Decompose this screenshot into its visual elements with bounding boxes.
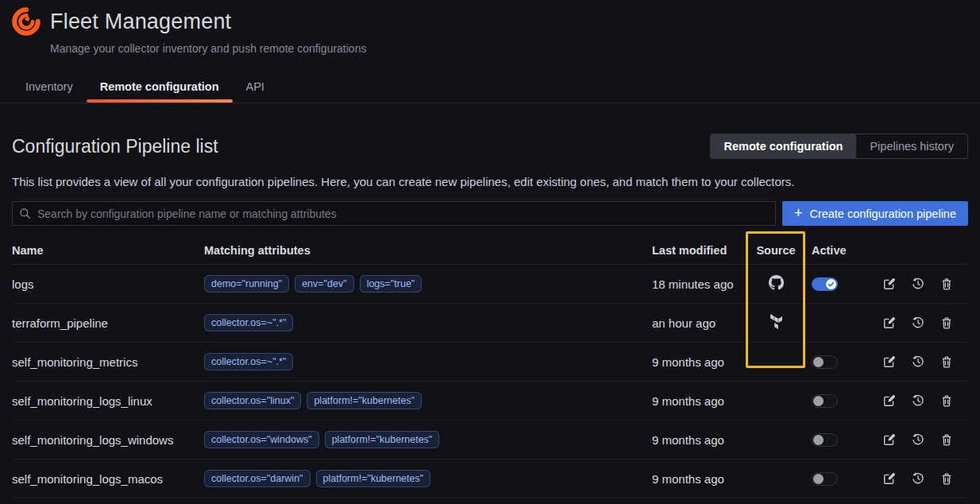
pipeline-name: self_monitoring_logs_macos bbox=[12, 472, 204, 486]
history-icon bbox=[912, 316, 924, 329]
matching-attributes: collector.os=~".*" bbox=[204, 314, 652, 331]
edit-button[interactable] bbox=[883, 394, 896, 407]
page-subtitle: Manage your collector inventory and push… bbox=[50, 42, 968, 55]
tab-remote-configuration[interactable]: Remote configuration bbox=[87, 73, 233, 103]
history-button[interactable] bbox=[912, 472, 924, 485]
last-modified: 9 months ago bbox=[652, 472, 747, 486]
tab-bar: Inventory Remote configuration API bbox=[0, 73, 980, 103]
history-button[interactable] bbox=[912, 355, 924, 368]
column-header-last-modified: Last modified bbox=[652, 244, 747, 257]
trash-icon bbox=[940, 355, 953, 368]
attribute-badge: collector.os="windows" bbox=[204, 431, 319, 448]
active-cell bbox=[804, 316, 968, 330]
active-cell bbox=[804, 355, 968, 369]
edit-button[interactable] bbox=[883, 433, 896, 446]
attribute-badge: platform!="kubernetes" bbox=[325, 431, 440, 448]
attribute-badge: logs="true" bbox=[360, 275, 422, 293]
delete-button[interactable] bbox=[940, 394, 953, 407]
column-header-source: Source bbox=[756, 244, 795, 257]
history-icon bbox=[912, 433, 924, 446]
fleet-management-page: Fleet Management Manage your collector i… bbox=[0, 0, 980, 504]
toggle-knob bbox=[826, 279, 836, 289]
edit-icon bbox=[883, 355, 896, 368]
delete-button[interactable] bbox=[940, 277, 953, 290]
attribute-badge: collector.os="linux" bbox=[204, 392, 301, 409]
trash-icon bbox=[940, 277, 953, 290]
last-modified: an hour ago bbox=[652, 316, 747, 330]
view-toggle-remote-configuration[interactable]: Remote configuration bbox=[711, 134, 857, 158]
column-header-active: Active bbox=[804, 244, 968, 257]
active-cell bbox=[804, 277, 968, 291]
delete-button[interactable] bbox=[940, 355, 953, 368]
row-actions bbox=[883, 433, 968, 446]
edit-icon bbox=[883, 277, 896, 290]
row-actions bbox=[883, 394, 968, 407]
tab-api[interactable]: API bbox=[233, 73, 278, 103]
edit-button[interactable] bbox=[883, 472, 896, 485]
source-cell bbox=[769, 275, 784, 293]
row-actions bbox=[883, 355, 968, 368]
table-body: logsdemo="running"env="dev"logs="true"18… bbox=[12, 265, 968, 498]
delete-button[interactable] bbox=[940, 316, 953, 329]
history-icon bbox=[912, 277, 924, 290]
edit-icon bbox=[883, 394, 896, 407]
fleet-management-logo-icon bbox=[11, 6, 41, 37]
attribute-badge: collector.os=~".*" bbox=[204, 314, 293, 331]
edit-button[interactable] bbox=[883, 277, 896, 290]
matching-attributes: collector.os="darwin"platform!="kubernet… bbox=[204, 470, 652, 487]
main-content: Configuration Pipeline list Remote confi… bbox=[0, 134, 980, 498]
matching-attributes: collector.os="windows"platform!="kuberne… bbox=[204, 431, 652, 448]
check-icon bbox=[828, 281, 835, 288]
history-button[interactable] bbox=[912, 433, 924, 446]
attribute-badge: collector.os="darwin" bbox=[204, 470, 311, 487]
source-cell bbox=[769, 314, 784, 331]
row-actions bbox=[883, 316, 968, 329]
toggle-knob bbox=[813, 435, 824, 445]
active-toggle[interactable] bbox=[812, 355, 838, 369]
last-modified: 9 months ago bbox=[652, 433, 747, 447]
active-toggle[interactable] bbox=[812, 472, 838, 486]
table-row: self_monitoring_logs_linuxcollector.os="… bbox=[12, 382, 968, 421]
terraform-icon bbox=[769, 314, 784, 329]
create-configuration-pipeline-button[interactable]: + Create configuration pipeline bbox=[782, 201, 968, 226]
section-title: Configuration Pipeline list bbox=[12, 136, 218, 157]
toggle-placeholder bbox=[812, 316, 838, 330]
table-row: terraform_pipelinecollector.os=~".*"an h… bbox=[12, 304, 968, 343]
trash-icon bbox=[940, 433, 953, 446]
matching-attributes: demo="running"env="dev"logs="true" bbox=[204, 275, 652, 293]
table-header-row: Name Matching attributes Last modified S… bbox=[12, 237, 968, 265]
history-icon bbox=[912, 472, 924, 485]
edit-button[interactable] bbox=[883, 355, 896, 368]
history-button[interactable] bbox=[912, 394, 924, 407]
delete-button[interactable] bbox=[940, 433, 953, 446]
search-box bbox=[12, 201, 776, 226]
view-toggle-pipelines-history[interactable]: Pipelines history bbox=[856, 134, 967, 158]
attribute-badge: platform!="kubernetes" bbox=[316, 470, 431, 487]
active-toggle[interactable] bbox=[812, 277, 838, 291]
table-row: self_monitoring_logs_windowscollector.os… bbox=[12, 421, 968, 459]
view-toggle-group: Remote configuration Pipelines history bbox=[710, 134, 968, 159]
column-header-matching-attributes: Matching attributes bbox=[204, 244, 652, 257]
trash-icon bbox=[940, 472, 953, 485]
section-description: This list provides a view of all your co… bbox=[12, 175, 968, 188]
attribute-badge: platform!="kubernetes" bbox=[307, 392, 422, 409]
pipeline-table: Name Matching attributes Last modified S… bbox=[12, 237, 968, 498]
edit-icon bbox=[883, 472, 896, 485]
table-row: self_monitoring_metricscollector.os=~".*… bbox=[12, 343, 968, 382]
active-toggle[interactable] bbox=[812, 394, 838, 408]
history-button[interactable] bbox=[912, 316, 924, 329]
delete-button[interactable] bbox=[940, 472, 953, 485]
last-modified: 9 months ago bbox=[652, 394, 747, 408]
column-header-name: Name bbox=[12, 244, 204, 257]
edit-button[interactable] bbox=[883, 316, 896, 329]
edit-icon bbox=[883, 316, 896, 329]
tab-inventory[interactable]: Inventory bbox=[12, 73, 87, 103]
search-input[interactable] bbox=[12, 201, 776, 226]
active-toggle[interactable] bbox=[812, 433, 838, 447]
github-icon bbox=[769, 275, 784, 290]
page-header: Fleet Management Manage your collector i… bbox=[0, 0, 980, 55]
last-modified: 9 months ago bbox=[652, 355, 747, 369]
search-icon bbox=[19, 207, 31, 219]
history-button[interactable] bbox=[912, 277, 924, 290]
toggle-knob bbox=[813, 474, 824, 484]
